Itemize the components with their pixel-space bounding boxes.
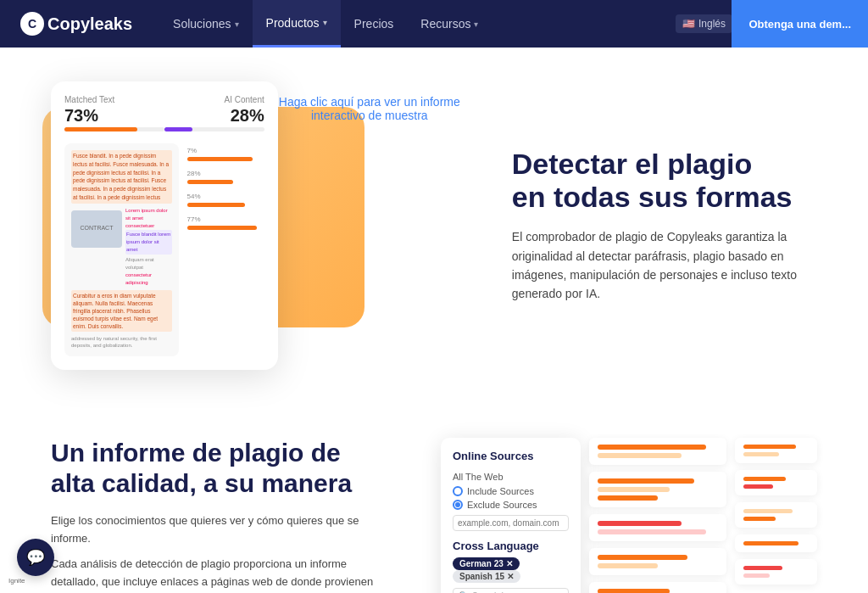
bar-3 <box>598 478 694 484</box>
nav-productos[interactable]: Productos ▾ <box>253 0 341 48</box>
hero-section: Matched Text 73% AI Content 28% <box>0 48 868 404</box>
navbar: C Copyleaks Soluciones ▾ Productos ▾ Pre… <box>0 0 868 48</box>
ai-progress-bar <box>164 127 192 131</box>
small-bar-3 <box>743 477 786 481</box>
sample-report-link[interactable]: Haga clic aquí para ver un informe inter… <box>278 95 461 370</box>
exclude-sources-item[interactable]: Exclude Sources <box>453 498 569 512</box>
exclude-radio <box>453 500 463 510</box>
bar-group-3: 54% <box>187 193 264 207</box>
report-bars: 7% 28% 54% 77% <box>187 143 264 356</box>
report-body: Fusce blandit. In a pede dignissim lectu… <box>64 143 264 356</box>
logo-text: Copyleaks <box>47 14 132 34</box>
small-bar-9 <box>743 573 770 578</box>
mini-bar-2 <box>187 180 234 184</box>
bar-row-3 <box>589 514 726 541</box>
bars-panel <box>589 438 726 593</box>
matched-progress-wrap <box>64 127 164 131</box>
bar-10 <box>598 589 670 593</box>
small-bar-8 <box>743 566 782 570</box>
lang-badge[interactable]: 🇺🇸 Inglés <box>676 14 732 33</box>
bar-6 <box>598 521 682 526</box>
logo-letter: C <box>28 17 36 31</box>
report-text-area: Fusce blandit. In a pede dignissim lectu… <box>64 143 179 356</box>
contract-image: CONTRACT <box>71 210 122 248</box>
sources-input[interactable] <box>453 515 569 531</box>
search-language-input[interactable]: 🔍 Search Language <box>453 588 569 593</box>
section2-para2: Cada análisis de detección de plagio pro… <box>51 556 390 593</box>
small-cards <box>735 438 817 593</box>
hero-text: Detectar el plagio en todas sus formas E… <box>512 148 817 304</box>
ai-progress-wrap <box>164 127 264 131</box>
bar-7 <box>598 529 706 534</box>
chat-button[interactable]: 💬 <box>17 539 54 576</box>
matched-label: Matched Text <box>64 95 164 104</box>
bar-row-5 <box>589 582 726 593</box>
small-card-5 <box>735 559 817 585</box>
nav-recursos[interactable]: Recursos ▾ <box>407 0 492 48</box>
section2: Un informe de plagio de alta calidad, a … <box>0 404 868 593</box>
online-sources-panel: Online Sources All The Web Include Sourc… <box>441 438 581 593</box>
report-mid-row: CONTRACT Lorem ipsum dolor sit amet cons… <box>71 207 172 287</box>
bar-row-2 <box>589 472 726 507</box>
mini-bar-3 <box>187 203 245 207</box>
section2-title: Un informe de plagio de alta calidad, a … <box>51 438 390 499</box>
nav-precios[interactable]: Precios <box>341 0 408 48</box>
ai-pct: 28% <box>231 106 264 126</box>
chat-label: Ignite <box>8 577 25 585</box>
matched-text-stat: Matched Text 73% <box>64 95 164 133</box>
bar-group-4: 77% <box>187 215 264 230</box>
bar-4 <box>598 487 670 492</box>
include-sources-item[interactable]: Include Sources <box>453 484 569 498</box>
all-the-web-item[interactable]: All The Web <box>453 469 569 484</box>
matched-progress-bar <box>64 127 137 131</box>
right-text: Lorem ipsum dolor sit amet consectetuer … <box>125 207 172 287</box>
cross-language-title: Cross Language <box>453 540 569 552</box>
lang-text: Inglés <box>698 18 726 30</box>
bar-5 <box>598 495 658 501</box>
small-bar-1 <box>743 445 796 449</box>
small-bar-2 <box>743 452 779 456</box>
small-bar-6 <box>743 517 776 521</box>
report-card: Matched Text 73% AI Content 28% <box>51 81 278 370</box>
small-bar-5 <box>743 509 793 513</box>
bar-group-1: 7% <box>187 147 264 161</box>
section2-para1: Elige los conocimientos que quieres ver … <box>51 512 390 548</box>
bar-group-2: 28% <box>187 170 264 184</box>
small-card-2 <box>735 470 817 495</box>
small-card-3 <box>735 502 817 528</box>
logo[interactable]: C Copyleaks <box>20 12 132 36</box>
bar-9 <box>598 563 658 568</box>
chevron-down-icon: ▾ <box>323 18 327 27</box>
section2-text: Un informe de plagio de alta calidad, a … <box>51 438 390 593</box>
logo-circle: C <box>20 12 44 36</box>
nav-soluciones[interactable]: Soluciones ▾ <box>159 0 253 48</box>
small-bar-7 <box>743 541 799 545</box>
nav-links: Soluciones ▾ Productos ▾ Precios Recurso… <box>159 0 684 48</box>
highlighted-text-1: Fusce blandit. In a pede dignissim lectu… <box>71 150 172 204</box>
small-card-4 <box>735 534 817 552</box>
small-card-1 <box>735 438 817 463</box>
demo-button[interactable]: Obtenga una dem... <box>732 0 868 48</box>
online-sources-title: Online Sources <box>453 450 569 462</box>
lang-tags: German 23 ✕ Spanish 15 ✕ <box>453 557 569 583</box>
flag-icon: 🇺🇸 <box>682 18 695 30</box>
german-tag[interactable]: German 23 ✕ <box>453 557 520 570</box>
include-radio <box>453 486 463 496</box>
report-header: Matched Text 73% AI Content 28% <box>64 95 264 133</box>
ai-label: AI Content <box>224 95 264 104</box>
chat-icon: 💬 <box>26 548 45 567</box>
section2-visual: Online Sources All The Web Include Sourc… <box>441 438 817 593</box>
nav-right: Acceso Pruébalo ahora 🇺🇸 Inglés Obtenga … <box>684 9 848 39</box>
mini-bar-1 <box>187 157 253 161</box>
hero-description: El comprobador de plagio de Copyleaks ga… <box>512 227 817 304</box>
bar-row-1 <box>589 438 726 465</box>
bar-2 <box>598 453 682 458</box>
bar-8 <box>598 555 687 560</box>
spanish-tag[interactable]: Spanish 15 ✕ <box>453 570 520 583</box>
small-bar-4 <box>743 484 773 489</box>
highlighted-text-2: Curabitur a eros in diam vulputate aliqu… <box>71 290 172 332</box>
chevron-down-icon: ▾ <box>474 20 478 29</box>
hero-title: Detectar el plagio en todas sus formas <box>512 148 817 214</box>
ai-content-stat: AI Content 28% <box>164 95 264 133</box>
matched-pct: 73% <box>64 106 164 126</box>
